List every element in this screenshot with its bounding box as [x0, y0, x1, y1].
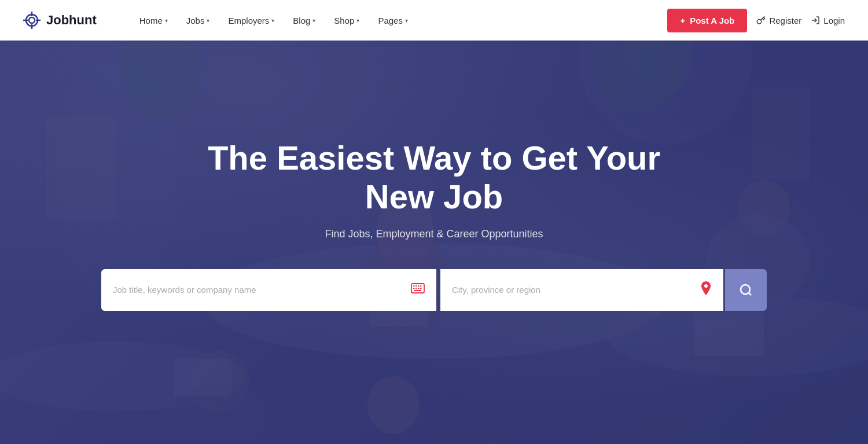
chevron-down-icon: ▾ — [405, 17, 408, 24]
register-label: Register — [769, 16, 801, 25]
job-search-input[interactable] — [113, 269, 425, 311]
plus-icon: + — [680, 16, 685, 25]
nav-home[interactable]: Home ▾ — [131, 11, 176, 30]
nav-employers-label: Employers — [228, 16, 269, 25]
nav-employers[interactable]: Employers ▾ — [220, 11, 282, 30]
svg-point-36 — [704, 284, 708, 288]
svg-rect-34 — [420, 288, 422, 289]
chevron-down-icon: ▾ — [165, 17, 168, 24]
key-icon — [756, 16, 766, 25]
header-actions: + Post A Job Register Login — [667, 9, 845, 32]
nav-home-label: Home — [139, 16, 163, 25]
login-label: Login — [823, 16, 845, 25]
location-pin-icon — [700, 281, 712, 298]
nav-pages-label: Pages — [378, 16, 403, 25]
nav-jobs-label: Jobs — [186, 16, 205, 25]
job-search-field — [101, 269, 436, 311]
brand-name: Jobhunt — [46, 13, 97, 28]
hero-title: The Easiest Way to Get Your New Job — [174, 139, 694, 216]
location-search-input[interactable] — [452, 269, 712, 311]
svg-rect-35 — [414, 290, 421, 291]
chevron-down-icon: ▾ — [356, 17, 359, 24]
svg-rect-29 — [418, 285, 420, 287]
main-nav: Home ▾ Jobs ▾ Employers ▾ Blog ▾ Shop ▾ … — [131, 11, 668, 30]
search-icon — [739, 283, 753, 297]
svg-rect-33 — [418, 288, 420, 289]
login-link[interactable]: Login — [811, 16, 845, 25]
svg-rect-32 — [415, 288, 417, 289]
nav-blog[interactable]: Blog ▾ — [285, 11, 323, 30]
chevron-down-icon: ▾ — [207, 17, 209, 24]
svg-line-38 — [749, 292, 751, 295]
svg-rect-28 — [415, 285, 417, 287]
location-search-field — [440, 269, 723, 311]
keyboard-icon — [411, 283, 425, 296]
nav-shop-label: Shop — [334, 16, 354, 25]
site-header: Jobhunt Home ▾ Jobs ▾ Employers ▾ Blog ▾… — [0, 0, 868, 41]
hero-section: The Easiest Way to Get Your New Job Find… — [0, 0, 868, 444]
hero-content: The Easiest Way to Get Your New Job Find… — [0, 41, 868, 444]
svg-rect-27 — [413, 285, 415, 287]
search-button[interactable] — [725, 269, 767, 311]
logo[interactable]: Jobhunt — [23, 12, 97, 29]
crosshair-icon — [23, 12, 41, 29]
post-job-button[interactable]: + Post A Job — [667, 9, 747, 32]
register-link[interactable]: Register — [756, 16, 801, 25]
nav-shop[interactable]: Shop ▾ — [326, 11, 367, 30]
nav-pages[interactable]: Pages ▾ — [370, 11, 416, 30]
svg-rect-30 — [420, 285, 422, 287]
nav-jobs[interactable]: Jobs ▾ — [178, 11, 218, 30]
chevron-down-icon: ▾ — [312, 17, 315, 24]
chevron-down-icon: ▾ — [271, 17, 274, 24]
post-job-label: Post A Job — [690, 16, 734, 25]
svg-point-1 — [29, 17, 35, 23]
nav-blog-label: Blog — [293, 16, 310, 25]
svg-rect-31 — [413, 288, 415, 289]
login-icon — [811, 16, 820, 25]
search-bar — [101, 269, 767, 311]
svg-point-37 — [741, 285, 750, 294]
hero-subtitle: Find Jobs, Employment & Career Opportuni… — [325, 228, 543, 240]
